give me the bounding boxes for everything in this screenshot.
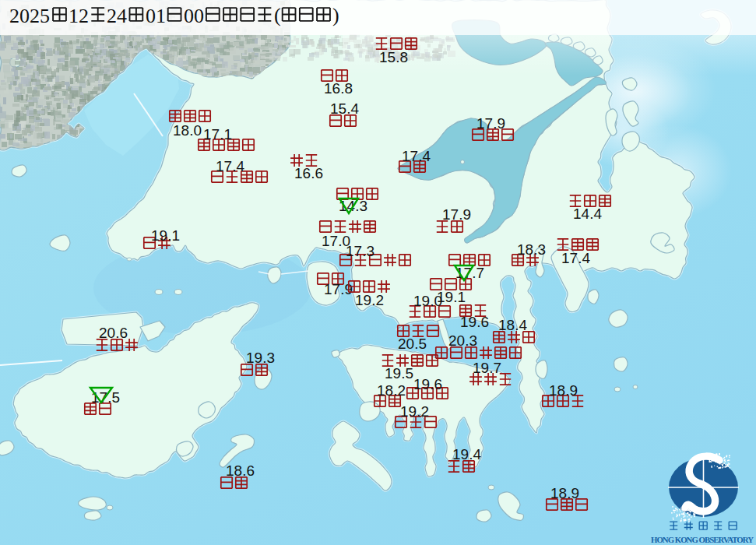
- svg-text:17.1: 17.1: [203, 126, 232, 142]
- svg-text:18.9: 18.9: [550, 485, 579, 501]
- svg-text:24: 24: [107, 5, 127, 27]
- svg-text:19.5: 19.5: [385, 365, 413, 382]
- svg-text:19.0: 19.0: [413, 293, 442, 309]
- svg-text:): ): [332, 4, 339, 26]
- svg-text:15.8: 15.8: [379, 49, 408, 65]
- svg-text:17.4: 17.4: [216, 158, 244, 174]
- svg-text:18.6: 18.6: [226, 462, 255, 479]
- svg-text:01: 01: [146, 5, 166, 27]
- svg-text:17.9: 17.9: [476, 115, 505, 132]
- svg-text:19.6: 19.6: [413, 376, 442, 392]
- svg-text:00: 00: [184, 5, 204, 27]
- svg-text:15.4: 15.4: [330, 100, 359, 117]
- svg-text:18.0: 18.0: [173, 122, 202, 139]
- svg-text:18.3: 18.3: [517, 241, 546, 258]
- svg-text:19.3: 19.3: [246, 350, 275, 366]
- svg-text:17.3: 17.3: [346, 243, 374, 259]
- svg-text:19.7: 19.7: [473, 360, 501, 376]
- svg-text:19.2: 19.2: [355, 292, 384, 308]
- svg-text:(: (: [274, 4, 281, 26]
- svg-text:16.8: 16.8: [324, 80, 353, 97]
- svg-text:19.1: 19.1: [151, 227, 180, 244]
- svg-text:2025: 2025: [9, 5, 50, 27]
- svg-text:18.4: 18.4: [498, 317, 527, 333]
- svg-text:20.5: 20.5: [398, 336, 427, 352]
- svg-text:17.4: 17.4: [561, 250, 590, 266]
- svg-text:17.4: 17.4: [402, 148, 431, 164]
- svg-text:17.9: 17.9: [442, 206, 471, 223]
- svg-text:HONG KONG OBSERVATORY: HONG KONG OBSERVATORY: [651, 535, 754, 544]
- svg-text:19.6: 19.6: [460, 314, 489, 330]
- svg-text:19.4: 19.4: [452, 446, 481, 462]
- svg-text:20.6: 20.6: [99, 325, 128, 341]
- svg-text:16.6: 16.6: [294, 165, 323, 181]
- svg-text:18.9: 18.9: [549, 382, 578, 399]
- svg-text:14.4: 14.4: [573, 206, 602, 222]
- svg-text:12: 12: [69, 5, 89, 27]
- svg-text:20.3: 20.3: [448, 332, 477, 349]
- svg-text:18.2: 18.2: [377, 382, 406, 399]
- svg-text:19.2: 19.2: [400, 403, 429, 420]
